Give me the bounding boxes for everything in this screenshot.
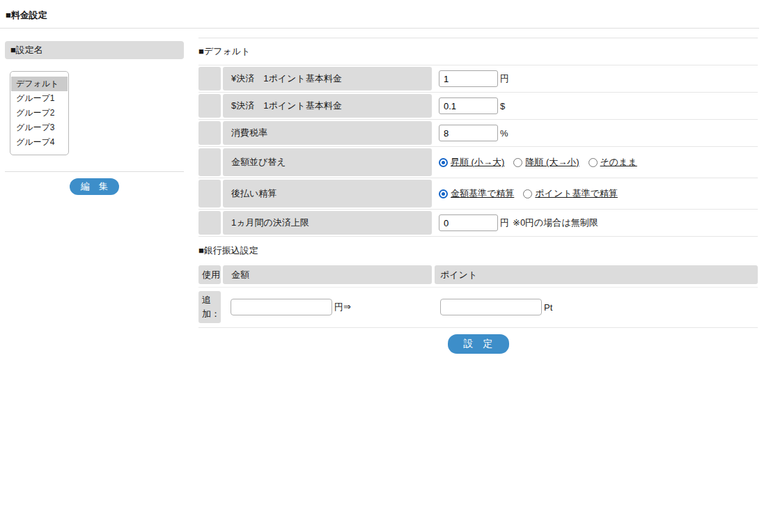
- yen-rate-input[interactable]: [439, 70, 498, 87]
- yen-rate-label: ¥決済 1ポイント基本料金: [223, 67, 432, 91]
- table-row: 金額並び替え 昇順 (小→大) 降順 (大→小) そのま: [198, 147, 758, 178]
- content-area: ■設定名 デフォルト グループ1 グループ2 グループ3 グループ4 編 集 ■…: [0, 29, 771, 354]
- tax-rate-label: 消費税率: [223, 121, 432, 145]
- dollar-rate-input[interactable]: [439, 97, 498, 114]
- settle-amount-label[interactable]: 金額基準で精算: [451, 187, 514, 200]
- settlement-radio-group: 金額基準で精算 ポイント基準で精算: [439, 187, 627, 200]
- submit-area: 設 定: [198, 328, 758, 354]
- row-spacer-cell: [198, 121, 221, 145]
- submit-button[interactable]: 設 定: [448, 334, 509, 354]
- monthly-limit-note: ※0円の場合は無制限: [513, 217, 598, 229]
- list-item-group4[interactable]: グループ4: [11, 135, 68, 150]
- row-spacer-cell: [198, 180, 221, 208]
- bank-point-input[interactable]: [440, 299, 542, 315]
- table-row: 1ヵ月間の決済上限 円 ※0円の場合は無制限: [198, 210, 758, 237]
- settlement-label: 後払い精算: [223, 180, 432, 208]
- bank-amount-unit: 円⇒: [334, 301, 351, 313]
- table-row: $決済 1ポイント基本料金 $: [198, 93, 758, 120]
- sort-asc-label[interactable]: 昇順 (小→大): [451, 156, 504, 169]
- list-item-group2[interactable]: グループ2: [11, 106, 68, 120]
- setting-name-header: ■設定名: [5, 41, 184, 59]
- bank-section-title: ■銀行振込設定: [198, 237, 758, 265]
- sidebar-divider: [5, 171, 184, 172]
- bank-table-header: 使用 金額 ポイント: [198, 265, 758, 284]
- monthly-limit-input[interactable]: [439, 214, 498, 231]
- edit-button[interactable]: 編 集: [70, 178, 119, 195]
- list-item-default[interactable]: デフォルト: [11, 77, 68, 91]
- section-title-default: ■デフォルト: [198, 38, 758, 65]
- bank-amount-input[interactable]: [231, 299, 332, 315]
- dollar-rate-label: $決済 1ポイント基本料金: [223, 94, 432, 118]
- settle-point-option[interactable]: ポイント基準で精算: [523, 187, 618, 200]
- main-panel: ■デフォルト ¥決済 1ポイント基本料金 円 $決済 1ポイント基本料金 $: [198, 38, 758, 354]
- sort-desc-option[interactable]: 降順 (大→小): [513, 156, 579, 169]
- table-row: 後払い精算 金額基準で精算 ポイント基準で精算: [198, 178, 758, 210]
- bank-col-amount: 金額: [223, 265, 432, 284]
- sort-desc-label[interactable]: 降順 (大→小): [525, 156, 579, 169]
- dollar-rate-unit: $: [500, 101, 505, 111]
- bank-point-unit: Pt: [544, 302, 552, 313]
- row-spacer-cell: [198, 211, 221, 235]
- bank-col-point: ポイント: [435, 265, 758, 284]
- page-title: ■料金設定: [0, 0, 759, 29]
- sort-none-radio[interactable]: [589, 158, 598, 167]
- sort-asc-radio[interactable]: [439, 158, 448, 167]
- sidebar: ■設定名 デフォルト グループ1 グループ2 グループ3 グループ4 編 集: [5, 29, 184, 195]
- tax-rate-unit: %: [500, 128, 508, 139]
- sort-desc-radio[interactable]: [513, 158, 522, 167]
- sort-order-label: 金額並び替え: [223, 148, 432, 176]
- setting-name-listbox[interactable]: デフォルト グループ1 グループ2 グループ3 グループ4: [10, 71, 69, 155]
- bank-add-row: 追 加： 円⇒ Pt: [198, 287, 758, 328]
- table-row: 消費税率 %: [198, 120, 758, 147]
- sort-none-label[interactable]: そのまま: [600, 156, 637, 169]
- list-item-group3[interactable]: グループ3: [11, 120, 68, 135]
- row-spacer-cell: [198, 67, 221, 91]
- monthly-limit-unit: 円: [500, 217, 509, 229]
- table-row: ¥決済 1ポイント基本料金 円: [198, 65, 758, 93]
- yen-rate-unit: 円: [500, 72, 509, 85]
- settings-rows: ¥決済 1ポイント基本料金 円 $決済 1ポイント基本料金 $ 消費税率: [198, 65, 758, 237]
- sort-none-option[interactable]: そのまま: [589, 156, 637, 169]
- sort-asc-option[interactable]: 昇順 (小→大): [439, 156, 504, 169]
- monthly-limit-label: 1ヵ月間の決済上限: [223, 211, 432, 235]
- bank-col-use: 使用: [198, 265, 221, 284]
- row-spacer-cell: [198, 148, 221, 176]
- tax-rate-input[interactable]: [439, 125, 498, 141]
- row-spacer-cell: [198, 94, 221, 118]
- settle-point-radio[interactable]: [523, 189, 532, 198]
- settle-amount-option[interactable]: 金額基準で精算: [439, 187, 514, 200]
- list-item-group1[interactable]: グループ1: [11, 91, 68, 106]
- settle-point-label[interactable]: ポイント基準で精算: [535, 187, 618, 200]
- sort-order-radio-group: 昇順 (小→大) 降順 (大→小) そのまま: [439, 156, 646, 169]
- bank-add-label: 追 加：: [198, 291, 221, 323]
- settle-amount-radio[interactable]: [439, 189, 448, 198]
